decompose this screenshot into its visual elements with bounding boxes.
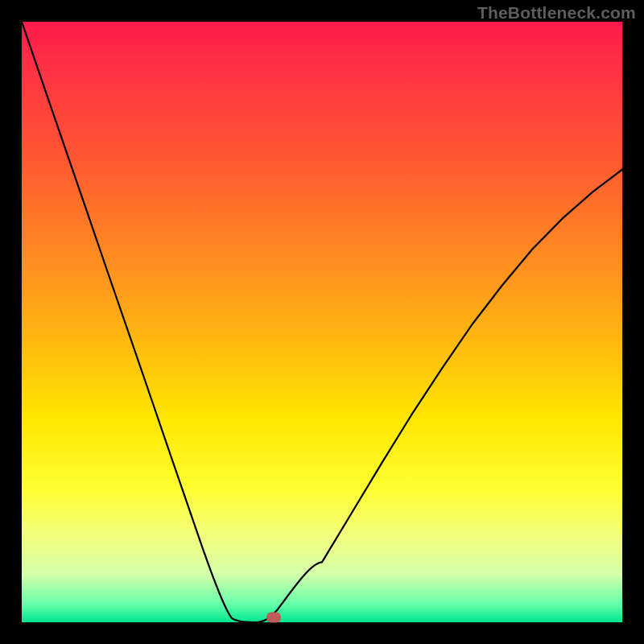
bottleneck-curve (22, 22, 622, 622)
optimal-point-marker (266, 613, 281, 623)
watermark-text: TheBottleneck.com (477, 3, 636, 23)
plot-area (22, 22, 622, 622)
curve-path (22, 22, 622, 622)
chart-frame: TheBottleneck.com (0, 0, 644, 644)
